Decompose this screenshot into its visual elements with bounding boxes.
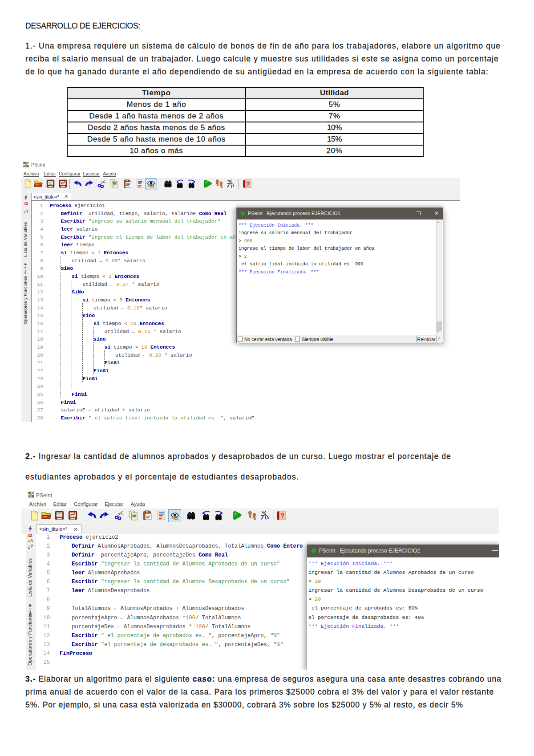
- svg-text:?: ?: [246, 181, 250, 187]
- svg-text:?: ?: [280, 512, 284, 519]
